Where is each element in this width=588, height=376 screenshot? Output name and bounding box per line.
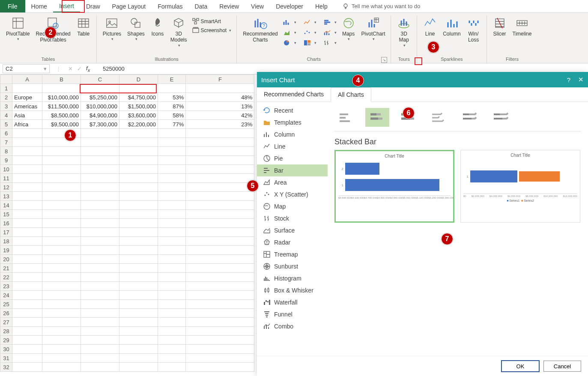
cell[interactable]	[119, 255, 158, 264]
row-header[interactable]: 3	[0, 102, 12, 111]
subtype-3d-stacked-bar[interactable]	[458, 108, 482, 127]
cell[interactable]	[81, 147, 119, 156]
line-chart-button[interactable]	[301, 18, 318, 27]
cell[interactable]	[119, 165, 158, 174]
row-header[interactable]: 10	[0, 165, 12, 174]
confirm-edit-icon[interactable]: ✓	[77, 66, 82, 72]
cell[interactable]	[186, 201, 254, 210]
row-header[interactable]: 30	[0, 345, 12, 354]
row-header[interactable]: 15	[0, 210, 12, 219]
cell[interactable]	[81, 156, 119, 165]
row-header[interactable]: 2	[0, 93, 12, 102]
cell[interactable]	[158, 282, 186, 291]
tab-recommended-charts[interactable]: Recommended Charts	[257, 87, 331, 101]
cell[interactable]	[12, 300, 42, 309]
cell[interactable]	[158, 183, 186, 192]
cell[interactable]	[81, 291, 119, 300]
cell[interactable]	[186, 165, 254, 174]
row-header[interactable]: 26	[0, 309, 12, 318]
bar-chart-menu-button[interactable]	[322, 18, 338, 27]
cell[interactable]	[81, 219, 119, 228]
cell[interactable]	[42, 183, 81, 192]
cell[interactable]	[119, 192, 158, 201]
chart-type-combo[interactable]: Combo	[257, 320, 328, 332]
cell[interactable]	[186, 246, 254, 255]
cell[interactable]: Europe	[12, 93, 42, 102]
cell[interactable]: Percentage Remaining	[186, 84, 254, 93]
cell[interactable]	[186, 336, 254, 345]
cell[interactable]: Revenue	[81, 84, 119, 93]
cell[interactable]	[158, 219, 186, 228]
cell[interactable]	[81, 264, 119, 273]
cell[interactable]	[158, 228, 186, 237]
cell[interactable]	[158, 291, 186, 300]
pie-chart-button[interactable]	[281, 39, 298, 47]
cell[interactable]	[158, 255, 186, 264]
cell[interactable]	[42, 147, 81, 156]
cell[interactable]	[119, 345, 158, 354]
cell[interactable]	[119, 219, 158, 228]
cell[interactable]	[119, 138, 158, 147]
cell[interactable]	[119, 273, 158, 282]
cell[interactable]	[186, 327, 254, 336]
tab-data[interactable]: Data	[189, 0, 214, 12]
cell[interactable]: $10,000,000	[81, 102, 119, 111]
cell[interactable]	[12, 336, 42, 345]
cell[interactable]	[186, 318, 254, 327]
cell[interactable]	[81, 129, 119, 138]
cell[interactable]	[42, 291, 81, 300]
cell[interactable]	[158, 345, 186, 354]
cell[interactable]	[42, 282, 81, 291]
chart-type-stock[interactable]: Stock	[257, 212, 328, 224]
cell[interactable]	[186, 237, 254, 246]
cell[interactable]	[12, 138, 42, 147]
cell[interactable]	[81, 282, 119, 291]
cell[interactable]: Target	[42, 84, 81, 93]
row-header[interactable]: 16	[0, 219, 12, 228]
cell[interactable]	[186, 129, 254, 138]
smartart-button[interactable]: SmartArt	[191, 17, 233, 26]
row-header[interactable]: 12	[0, 183, 12, 192]
tab-formulas[interactable]: Formulas	[152, 0, 188, 12]
close-icon[interactable]: ✕	[578, 76, 584, 84]
pictures-button[interactable]: Pictures	[100, 15, 124, 49]
cell[interactable]	[186, 282, 254, 291]
select-all-corner[interactable]	[0, 75, 12, 84]
chart-type-radar[interactable]: Radar	[257, 236, 328, 248]
cancel-edit-icon[interactable]: ✕	[68, 66, 73, 72]
cell[interactable]	[81, 363, 119, 372]
cell[interactable]	[81, 309, 119, 318]
cell[interactable]	[12, 237, 42, 246]
cell[interactable]	[42, 336, 81, 345]
cell[interactable]	[158, 165, 186, 174]
cell[interactable]	[186, 264, 254, 273]
cell[interactable]	[12, 201, 42, 210]
cell[interactable]	[158, 300, 186, 309]
tab-view[interactable]: View	[245, 0, 270, 12]
chart-type-map[interactable]: Map	[257, 200, 328, 212]
cell[interactable]	[119, 210, 158, 219]
tell-me-search[interactable]: Tell me what you want to do	[342, 0, 420, 12]
cell[interactable]	[119, 354, 158, 363]
tab-review[interactable]: Review	[213, 0, 245, 12]
chart-type-column[interactable]: Column	[257, 128, 328, 140]
cell[interactable]	[12, 183, 42, 192]
cell[interactable]: $10,000,000	[42, 93, 81, 102]
cell[interactable]	[158, 156, 186, 165]
subtype-3d-100-stacked-bar[interactable]	[489, 108, 513, 127]
subtype-clustered-bar[interactable]	[334, 108, 358, 127]
cell[interactable]	[42, 210, 81, 219]
cell[interactable]	[119, 318, 158, 327]
cell[interactable]	[186, 273, 254, 282]
cell[interactable]	[158, 138, 186, 147]
cell[interactable]	[158, 336, 186, 345]
cell[interactable]	[119, 246, 158, 255]
tab-all-charts[interactable]: All Charts	[331, 87, 371, 102]
name-box[interactable]: C2▾	[3, 64, 50, 73]
cell[interactable]	[158, 201, 186, 210]
cell[interactable]	[12, 192, 42, 201]
row-header[interactable]: 6	[0, 129, 12, 138]
cell[interactable]	[186, 183, 254, 192]
cell[interactable]: Region	[12, 84, 42, 93]
area-chart-button[interactable]	[281, 28, 298, 37]
